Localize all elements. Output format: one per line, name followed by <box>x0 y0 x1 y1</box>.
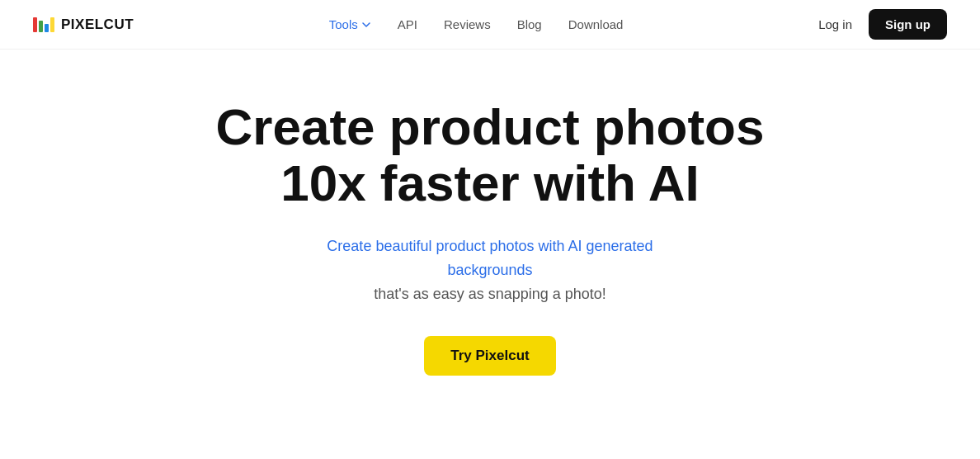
hero-subtitle-part2: that's as easy as snapping a photo! <box>374 286 606 302</box>
login-link[interactable]: Log in <box>818 17 852 31</box>
stripe-red <box>33 17 37 32</box>
stripe-yellow <box>50 17 54 32</box>
hero-subtitle-part1: Create beautiful product photos with AI … <box>327 238 653 278</box>
chevron-down-icon <box>361 20 371 30</box>
logo-text: PIXELCUT <box>61 17 134 33</box>
nav-actions: Log in Sign up <box>818 9 947 40</box>
hero-section: Create product photos 10x faster with AI… <box>0 50 980 425</box>
try-pixelcut-button[interactable]: Try Pixelcut <box>424 336 555 376</box>
navbar: PIXELCUT Tools API Reviews Blog Download… <box>0 0 980 50</box>
nav-reviews[interactable]: Reviews <box>444 17 491 31</box>
nav-links: Tools API Reviews Blog Download <box>329 17 624 31</box>
logo-stripes <box>33 17 54 32</box>
stripe-green <box>39 21 43 32</box>
signup-button[interactable]: Sign up <box>869 9 947 40</box>
nav-download[interactable]: Download <box>568 17 624 31</box>
nav-blog[interactable]: Blog <box>517 17 542 31</box>
logo[interactable]: PIXELCUT <box>33 17 134 33</box>
hero-subtitle: Create beautiful product photos with AI … <box>292 234 688 305</box>
stripe-blue <box>45 24 49 32</box>
nav-api[interactable]: API <box>398 17 417 31</box>
hero-title: Create product photos 10x faster with AI <box>193 99 787 211</box>
nav-tools[interactable]: Tools <box>329 17 371 31</box>
